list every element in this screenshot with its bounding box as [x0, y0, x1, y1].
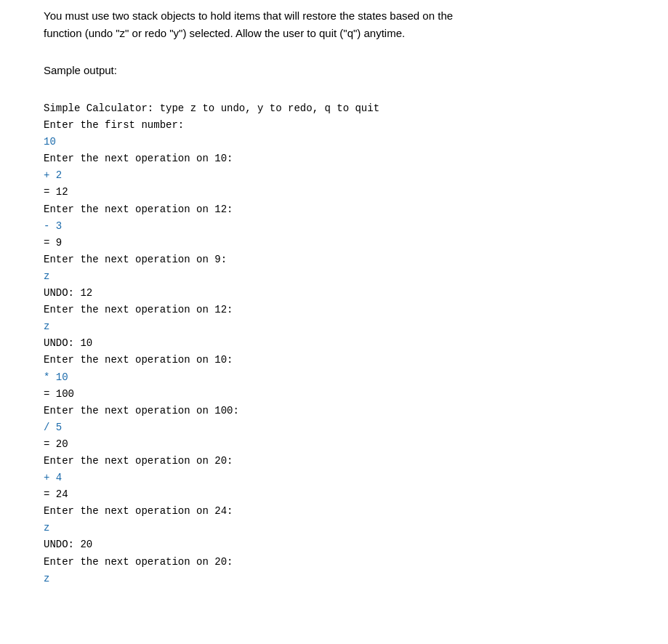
- terminal-line-11: z: [44, 268, 646, 285]
- terminal-line-15: UNDO: 10: [44, 335, 646, 352]
- terminal-line-22: Enter the next operation on 20:: [44, 453, 646, 470]
- terminal-line-25: Enter the next operation on 24:: [44, 503, 646, 520]
- terminal-line-19: Enter the next operation on 100:: [44, 403, 646, 419]
- terminal-line-29: z: [44, 571, 646, 587]
- terminal-line-28: Enter the next operation on 20:: [44, 554, 646, 571]
- terminal-line-0: Simple Calculator: type z to undo, y to …: [44, 100, 646, 117]
- terminal-line-13: Enter the next operation on 12:: [44, 302, 646, 318]
- terminal-line-7: Enter the next operation on 12:: [44, 201, 646, 218]
- terminal-line-4: Enter the next operation on 10:: [44, 150, 646, 167]
- terminal-line-26: z: [44, 520, 646, 536]
- terminal-line-5: + 2: [44, 167, 646, 184]
- description-line1: You must use two stack objects to hold i…: [44, 7, 640, 25]
- terminal-line-16: Enter the next operation on 10:: [44, 352, 646, 369]
- description-block: You must use two stack objects to hold i…: [44, 7, 640, 42]
- terminal-line-6: = 12: [44, 184, 646, 201]
- terminal-line-2: Enter the first number:: [44, 117, 646, 134]
- terminal-line-9: = 9: [44, 235, 646, 251]
- terminal-line-14: z: [44, 318, 646, 335]
- terminal-line-24: = 24: [44, 486, 646, 503]
- terminal-line-27: UNDO: 20: [44, 536, 646, 553]
- terminal-line-23: + 4: [44, 470, 646, 486]
- terminal-block: Simple Calculator: type z to undo, y to …: [44, 100, 646, 587]
- terminal-line-18: = 100: [44, 386, 646, 403]
- terminal-line-3: 10: [44, 134, 646, 150]
- terminal-line-10: Enter the next operation on 9:: [44, 251, 646, 268]
- terminal-line-20: / 5: [44, 419, 646, 436]
- description-line2: function (undo "z" or redo "y") selected…: [44, 25, 640, 42]
- terminal-line-12: UNDO: 12: [44, 285, 646, 302]
- terminal-line-17: * 10: [44, 369, 646, 386]
- terminal-line-21: = 20: [44, 436, 646, 453]
- sample-output-label: Sample output:: [44, 64, 646, 76]
- terminal-line-8: - 3: [44, 218, 646, 235]
